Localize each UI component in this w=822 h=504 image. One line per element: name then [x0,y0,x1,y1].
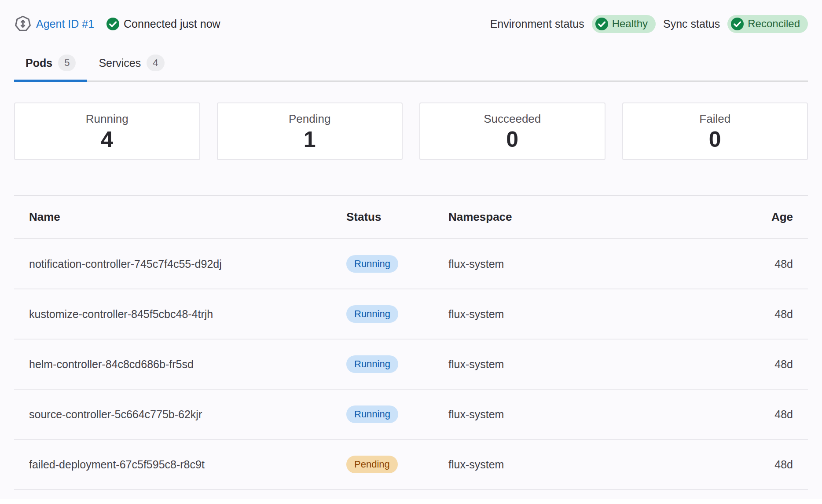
tab-services-label: Services [99,57,141,69]
summary-card-value: 4 [101,128,113,152]
pod-namespace: flux-system [448,239,720,289]
table-row: helm-controller-84c8cd686b-fr5sd Running… [14,339,808,389]
environment-status-badge-text: Healthy [612,18,648,30]
tab-services[interactable]: Services 4 [87,46,176,82]
agent-dashboard-page: Agent ID #1 Connected just now Environme… [0,0,822,499]
summary-card-failed: Failed 0 [622,102,808,160]
pod-status-summary-cards: Running 4 Pending 1 Succeeded 0 Failed 0 [14,102,808,160]
status-badge: Running [346,255,398,273]
summary-card-running: Running 4 [14,102,200,160]
summary-card-label: Running [86,112,128,126]
table-row: source-controller-5c664c775b-62kjr Runni… [14,389,808,439]
check-circle-icon [731,18,744,30]
pods-table-container: Name Status Namespace Age notification-c… [14,195,808,490]
summary-card-value: 1 [304,128,316,152]
table-header-row: Name Status Namespace Age [14,196,808,239]
tab-pods[interactable]: Pods 5 [14,46,87,82]
resource-tabs: Pods 5 Services 4 [14,46,808,82]
pod-namespace: flux-system [448,289,720,339]
pod-name: kustomize-controller-845f5cbc48-4trjh [14,289,346,339]
pod-namespace: flux-system [448,339,720,389]
column-header-namespace: Namespace [448,196,720,239]
tab-services-count-badge: 4 [147,55,164,71]
summary-card-value: 0 [506,128,518,152]
summary-card-label: Pending [289,112,330,126]
status-badge: Pending [346,456,398,473]
connection-status-text: Connected just now [124,18,220,30]
summary-card-label: Succeeded [484,112,541,126]
pod-namespace: flux-system [448,439,720,489]
column-header-status: Status [346,196,448,239]
sync-status-label: Sync status [663,18,720,30]
sync-status-badge: Reconciled [727,15,808,33]
pod-name: failed-deployment-67c5f595c8-r8c9t [14,439,346,489]
table-row: kustomize-controller-845f5cbc48-4trjh Ru… [14,289,808,339]
pod-age: 48d [720,289,808,339]
pod-name: source-controller-5c664c775b-62kjr [14,389,346,439]
connected-check-icon [106,18,119,30]
pod-namespace: flux-system [448,389,720,439]
summary-card-value: 0 [709,128,721,152]
pod-name: helm-controller-84c8cd686b-fr5sd [14,339,346,389]
status-badge: Running [346,305,398,323]
summary-card-pending: Pending 1 [217,102,403,160]
sync-status-badge-text: Reconciled [748,18,800,30]
column-header-age: Age [720,196,808,239]
pod-age: 48d [720,339,808,389]
topbar: Agent ID #1 Connected just now Environme… [0,0,822,34]
pods-table: Name Status Namespace Age notification-c… [14,195,808,490]
pod-age: 48d [720,389,808,439]
check-circle-icon [595,18,608,30]
pod-age: 48d [720,239,808,289]
status-badge: Running [346,355,398,373]
tab-pods-count-badge: 5 [58,55,76,71]
status-summary-group: Environment status Healthy Sync status R… [490,15,808,33]
summary-card-label: Failed [699,112,730,126]
status-badge: Running [346,405,398,423]
table-row: notification-controller-745c7f4c55-d92dj… [14,239,808,289]
environment-status-label: Environment status [490,18,584,30]
summary-card-succeeded: Succeeded 0 [419,102,605,160]
agent-id-link[interactable]: Agent ID #1 [36,18,94,30]
column-header-name: Name [14,196,346,239]
pod-age: 48d [720,439,808,489]
tab-pods-label: Pods [26,57,52,69]
agent-connection-group: Agent ID #1 Connected just now [14,15,220,33]
kubernetes-agent-icon [14,15,32,33]
pod-name: notification-controller-745c7f4c55-d92dj [14,239,346,289]
table-row: failed-deployment-67c5f595c8-r8c9t Pendi… [14,439,808,489]
environment-status-badge: Healthy [592,15,656,33]
